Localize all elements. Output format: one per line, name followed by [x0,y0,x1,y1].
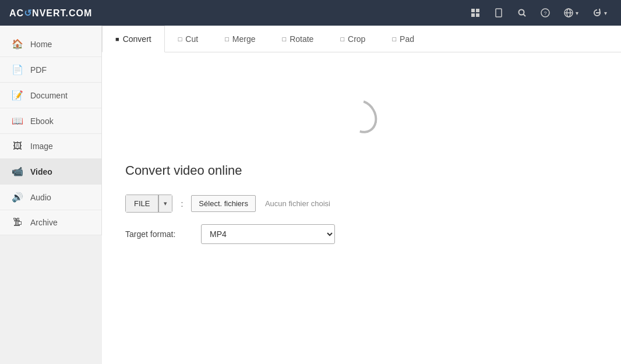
language-caret: ▾ [576,10,578,16]
help-icon: ? [541,8,550,17]
search-icon-button[interactable] [513,5,531,21]
brand-arrow: ↺ [24,8,32,18]
archive-icon: 🗜 [12,217,23,228]
tab-bar: ■ Convert □ Cut □ Merge □ Rotate □ Crop … [102,26,621,52]
sidebar-item-video-label: Video [30,167,52,176]
sidebar-item-document-label: Document [30,91,68,100]
sidebar-item-image[interactable]: 🖼 Image [0,134,101,159]
tab-merge[interactable]: □ Merge [211,26,269,52]
tab-crop-label: Crop [348,34,365,44]
audio-icon: 🔊 [12,192,23,203]
refresh-button[interactable]: ▾ [588,5,612,21]
file-group: FILE ▾ [125,195,172,213]
svg-rect-0 [471,9,475,12]
file-dropdown-button[interactable]: ▾ [158,195,172,212]
ebook-icon: 📖 [12,115,23,126]
tab-cut[interactable]: □ Cut [165,26,211,52]
home-icon: 🏠 [12,38,23,50]
sidebar-item-image-label: Image [30,142,53,151]
svg-point-5 [519,10,524,15]
sidebar: 🏠 Home 📄 PDF 📝 Document 📖 Ebook 🖼 Image … [0,26,102,364]
file-select-button[interactable]: Sélect. fichiers [191,195,256,212]
sidebar-nav: 🏠 Home 📄 PDF 📝 Document 📖 Ebook 🖼 Image … [0,26,102,235]
target-format-row: Target format: MP4 AVI MOV MKV WMV FLV W… [125,224,598,244]
tab-convert[interactable]: ■ Convert [102,26,165,52]
sidebar-item-archive-label: Archive [30,218,58,227]
loading-spinner-area [125,70,598,163]
tab-cut-label: Cut [185,34,198,44]
no-file-text: Aucun fichier choisi [265,199,330,208]
sidebar-item-home[interactable]: 🏠 Home [0,31,101,57]
language-button[interactable]: ▾ [559,5,583,21]
tab-pad[interactable]: □ Pad [379,26,428,52]
sidebar-item-ebook[interactable]: 📖 Ebook [0,108,101,134]
target-format-label: Target format: [125,229,195,239]
sidebar-item-ebook-label: Ebook [30,116,54,126]
grid-icon [471,8,480,17]
tab-convert-label: Convert [123,34,151,44]
main-content: ■ Convert □ Cut □ Merge □ Rotate □ Crop … [102,26,621,364]
file-type-button[interactable]: FILE [126,195,158,212]
tab-crop[interactable]: □ Crop [327,26,379,52]
navbar-actions: ? ▾ ▾ [466,5,612,21]
grid-icon-button[interactable] [466,5,485,21]
svg-rect-4 [496,9,502,17]
file-dropdown-caret: ▾ [164,200,167,207]
refresh-icon [592,8,602,17]
svg-text:?: ? [544,10,547,16]
video-icon: 📹 [12,166,23,177]
help-icon-button[interactable]: ? [536,5,555,21]
svg-rect-1 [476,9,479,12]
tab-rotate[interactable]: □ Rotate [269,26,327,52]
page-title: Convert video online [125,163,598,178]
tab-merge-label: Merge [232,34,256,44]
tab-cut-icon: □ [178,36,182,43]
sidebar-item-archive[interactable]: 🗜 Archive [0,210,101,235]
navbar: AC↺NVERT.COM ? [0,0,621,26]
svg-rect-3 [476,13,479,17]
sidebar-item-audio[interactable]: 🔊 Audio [0,185,101,210]
content-area: Convert video online FILE ▾ : Sélect. fi… [102,52,621,364]
sidebar-item-pdf[interactable]: 📄 PDF [0,57,101,83]
image-icon: 🖼 [12,141,23,151]
target-format-select[interactable]: MP4 AVI MOV MKV WMV FLV WEBM OGG 3GP [201,224,335,244]
search-icon [517,8,527,17]
sidebar-item-home-label: Home [30,40,52,49]
tab-pad-icon: □ [392,36,396,43]
tab-convert-icon: ■ [115,36,119,43]
tablet-icon [494,8,503,17]
sidebar-item-video[interactable]: 📹 Video [0,159,101,185]
tab-merge-icon: □ [225,36,229,43]
svg-line-6 [524,15,526,17]
brand-logo: AC↺NVERT.COM [9,8,92,19]
svg-rect-2 [471,13,475,17]
file-separator: : [181,199,183,208]
language-icon [564,8,573,17]
tab-rotate-icon: □ [282,36,286,43]
tablet-icon-button[interactable] [489,5,508,21]
refresh-caret: ▾ [604,10,607,16]
document-icon: 📝 [12,90,23,101]
file-input-row: FILE ▾ : Sélect. fichiers Aucun fichier … [125,195,598,213]
tab-pad-label: Pad [400,34,414,44]
loading-arc [340,94,383,139]
pdf-icon: 📄 [12,64,23,75]
tab-rotate-label: Rotate [290,34,313,44]
sidebar-item-audio-label: Audio [30,193,51,202]
sidebar-item-document[interactable]: 📝 Document [0,83,101,108]
main-layout: 🏠 Home 📄 PDF 📝 Document 📖 Ebook 🖼 Image … [0,26,621,364]
sidebar-item-pdf-label: PDF [30,65,47,75]
tab-crop-icon: □ [340,36,344,43]
